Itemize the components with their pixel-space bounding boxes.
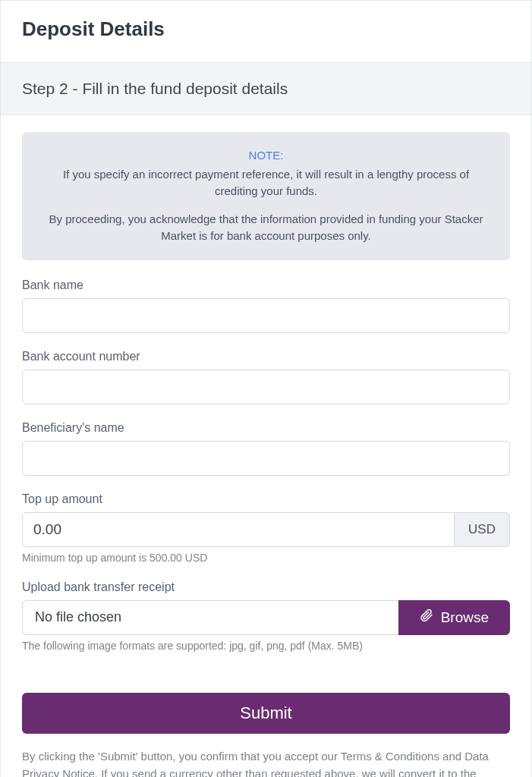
browse-button-label: Browse <box>441 609 489 626</box>
beneficiary-input[interactable] <box>22 441 510 476</box>
upload-helper: The following image formats are supporte… <box>22 640 510 652</box>
upload-group: Upload bank transfer receipt No file cho… <box>22 580 510 652</box>
deposit-card: Deposit Details Step 2 - Fill in the fun… <box>0 0 532 777</box>
upload-label: Upload bank transfer receipt <box>22 580 510 594</box>
browse-button[interactable]: Browse <box>398 600 510 635</box>
note-line-1: If you specify an incorrect payment refe… <box>43 166 489 200</box>
file-row: No file chosen Browse <box>22 600 510 635</box>
topup-helper: Minimum top up amount is 500.00 USD <box>22 552 510 564</box>
currency-addon: USD <box>455 512 510 547</box>
step-header: Step 2 - Fill in the fund deposit detail… <box>1 62 531 115</box>
file-display[interactable]: No file chosen <box>22 600 398 635</box>
bank-account-input[interactable] <box>22 370 510 404</box>
topup-input-group: USD <box>22 512 510 547</box>
form-body: NOTE: If you specify an incorrect paymen… <box>1 115 531 777</box>
submit-button[interactable]: Submit <box>22 693 510 734</box>
beneficiary-label: Beneficiary's name <box>22 421 510 435</box>
beneficiary-group: Beneficiary's name <box>22 421 510 476</box>
bank-name-group: Bank name <box>22 278 510 333</box>
bank-name-label: Bank name <box>22 278 510 292</box>
disclaimer-text: By clicking the 'Submit' button, you con… <box>22 747 510 778</box>
bank-name-input[interactable] <box>22 298 510 333</box>
bank-account-group: Bank account number <box>22 350 510 404</box>
bank-account-label: Bank account number <box>22 350 510 363</box>
topup-input[interactable] <box>22 512 455 547</box>
topup-label: Top up amount <box>22 492 510 506</box>
page-title: Deposit Details <box>1 1 531 62</box>
topup-group: Top up amount USD Minimum top up amount … <box>22 492 510 564</box>
note-label: NOTE: <box>43 147 489 165</box>
note-box: NOTE: If you specify an incorrect paymen… <box>22 132 510 260</box>
paperclip-icon <box>420 609 433 626</box>
note-line-2: By proceeding, you acknowledge that the … <box>43 211 489 245</box>
